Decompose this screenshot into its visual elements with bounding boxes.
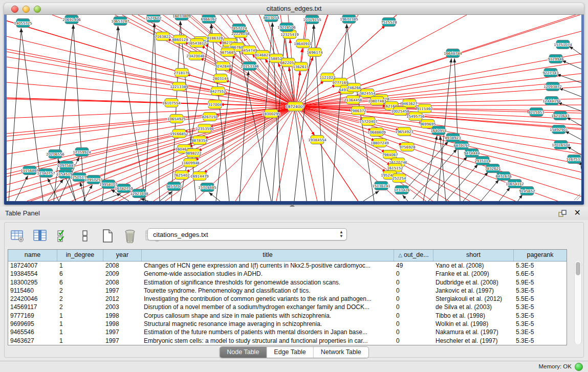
table-row[interactable]: 1830029562008Estimation of significance … [8, 278, 567, 287]
graph-edge [481, 180, 499, 201]
close-panel-icon[interactable]: ✕ [574, 208, 581, 217]
graph-node-label: 9857791 [166, 185, 182, 189]
graph-node-label: 8427552 [210, 90, 226, 94]
graph-node-label: 7163822 [155, 35, 170, 39]
graph-edge [569, 46, 581, 55]
graph-node-label: 15892901 [550, 128, 568, 132]
cell-out_de: 0 [394, 312, 433, 320]
graph-node-label: 8454749 [241, 49, 257, 53]
column-header-pagerank[interactable]: pagerank [514, 250, 567, 261]
table-select-dropdown[interactable]: citations_edges.txt ▲▼ [147, 228, 347, 240]
table-row[interactable]: 1456911722003Disruption of a novel membe… [8, 303, 567, 311]
graph-edge [7, 99, 215, 104]
network-window-titlebar[interactable]: citations_edges.txt [4, 3, 584, 15]
graph-node-label: 15136141 [372, 184, 390, 188]
graph-node-label: 18300295 [262, 112, 280, 116]
graph-edge [518, 194, 522, 201]
graph-node-label: 9756928 [399, 145, 415, 149]
network-view-window[interactable]: citations_edges.txt 71638228860128891295… [4, 3, 584, 205]
graph-node-label: 9245652 [519, 189, 535, 193]
column-header-out_de[interactable]: △out_de... [394, 250, 433, 261]
cell-name: 18300295 [8, 278, 57, 287]
graph-node-label: 12444194 [542, 99, 561, 103]
cell-pagerank: 5.3E-5 [514, 337, 567, 345]
new-document-icon[interactable] [100, 229, 115, 243]
graph-edge [15, 176, 28, 201]
citation-network-graph[interactable]: 7163822886012889129548186328222260589827… [7, 15, 581, 201]
cell-title: Structural magnetic resonance image aver… [142, 320, 394, 328]
table-row[interactable]: 969969511998Structural magnetic resonanc… [8, 320, 567, 328]
graph-edge [239, 71, 249, 201]
cell-short: Jankovic et al. (1997) [433, 287, 514, 295]
delete-trash-icon[interactable] [122, 229, 138, 243]
table-vertical-scrollbar[interactable] [574, 261, 582, 344]
cell-title: Changes of HCN gene expression and I(f) … [142, 261, 394, 270]
graph-node-label: 11156869 [20, 169, 39, 173]
graph-node-label: 1640954 [430, 129, 447, 133]
table-row[interactable]: 946554611997Estimation of the future num… [8, 328, 567, 336]
graph-edge [140, 199, 148, 201]
float-panel-icon[interactable] [558, 209, 567, 217]
column-header-short[interactable]: short [433, 250, 514, 261]
table-row[interactable]: 1872400712008Changes of HCN gene express… [8, 261, 567, 270]
graph-node-label: 9898222 [185, 151, 201, 156]
node-table-header-row: namein_degreeyeartitle△out_de...shortpag… [8, 250, 567, 261]
cell-short: Franke et al. (2009) [433, 270, 514, 278]
node-table: namein_degreeyeartitle△out_de...shortpag… [8, 249, 567, 345]
graph-node-label: 7515528 [381, 20, 397, 25]
cell-pagerank: 5.3E-5 [514, 328, 567, 336]
graph-edge [363, 191, 379, 201]
column-header-name[interactable]: name [8, 250, 57, 261]
cell-pagerank: 5.3E-5 [514, 312, 567, 320]
cell-name: 9463627 [8, 337, 57, 345]
cell-out_de: 0 [394, 287, 433, 295]
cell-year: 2009 [103, 270, 142, 278]
graph-node-label: 16033809 [172, 15, 191, 18]
table-panel: Table Panel ✕ [0, 207, 588, 362]
graph-node-label: 1615152 [387, 166, 403, 170]
graph-node-label: 7984067 [382, 153, 398, 157]
cell-in_degree: 2 [57, 295, 103, 303]
graph-edge [285, 32, 307, 201]
network-canvas[interactable]: 7163822886012889129548186328222260589827… [7, 15, 581, 201]
cytoscape-app: citations_edges.txt 71638228860128891295… [0, 0, 588, 372]
graph-node-label: 21364456 [344, 98, 362, 102]
graph-node-label: 9115460 [417, 107, 432, 111]
graph-node-label: 15751074 [554, 43, 572, 47]
graph-node-label: 10025458 [391, 110, 409, 114]
column-header-year[interactable]: year [103, 250, 142, 261]
column-header-title[interactable]: title [142, 250, 394, 261]
graph-edge [209, 192, 220, 201]
graph-edge [276, 106, 295, 201]
tab-node-table[interactable]: Node Table [220, 347, 267, 358]
scrollbar-thumb[interactable] [576, 262, 580, 275]
cell-in_degree: 2 [57, 303, 103, 311]
table-mode-icon[interactable] [10, 229, 25, 243]
table-row[interactable]: 946362711997Embryonic stem cells: a mode… [8, 337, 567, 345]
graph-edge [402, 195, 408, 201]
graph-node-label: 17957253 [84, 178, 103, 182]
tab-network-table[interactable]: Network Table [314, 347, 368, 358]
table-row[interactable]: 977716911998Corpus callosum shape and si… [8, 312, 567, 320]
graph-edge [80, 182, 85, 201]
graph-node-label: 8938923 [445, 136, 461, 140]
memory-status-indicator[interactable] [575, 363, 583, 371]
graph-node-label: 1167533 [566, 158, 581, 162]
graph-node-label: 10688609 [367, 130, 386, 135]
graph-node-label: 8813054 [263, 16, 279, 20]
tab-edge-table[interactable]: Edge Table [267, 347, 313, 358]
table-row[interactable]: 2242004622012Investigating the contribut… [8, 295, 567, 303]
graph-node-label: 8267150 [202, 115, 217, 119]
graph-node-label: 9875685 [220, 51, 235, 55]
cell-pagerank: 5.3E-5 [514, 287, 567, 295]
column-header-in_degree[interactable]: in_degree [57, 250, 103, 261]
table-row[interactable]: 1938455462009Genome-wide association stu… [8, 270, 567, 278]
select-columns-icon[interactable] [55, 229, 70, 243]
rows-icon[interactable] [77, 229, 93, 243]
table-tabs: Node TableEdge TableNetwork Table [219, 346, 368, 358]
table-row[interactable]: 911546021997Tourette syndrome. Phenomeno… [8, 287, 567, 295]
graph-node-label: 16782759 [115, 187, 133, 191]
cell-in_degree: 1 [57, 328, 103, 336]
graph-edge [454, 58, 460, 201]
column-visibility-icon[interactable] [32, 229, 48, 243]
